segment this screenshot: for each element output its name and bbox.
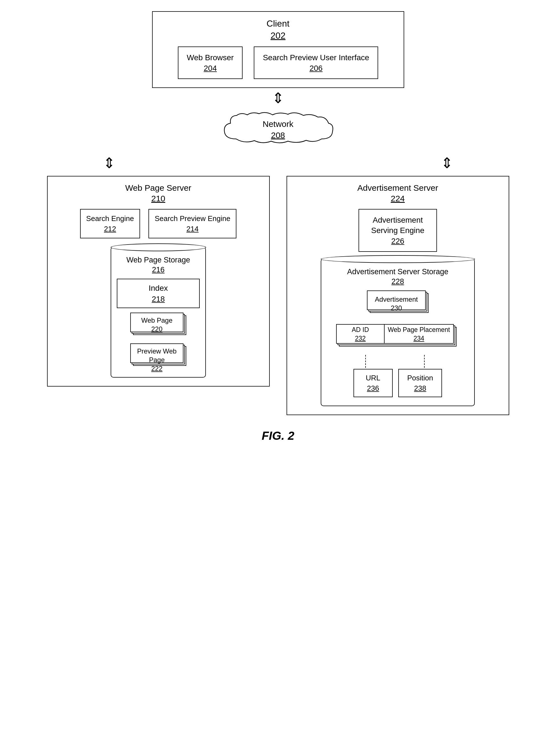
web-page-stacked: Web Page 220 (130, 313, 186, 338)
web-browser-box: Web Browser 204 (178, 46, 243, 79)
ad-id-number: 232 (355, 335, 366, 342)
web-page-server-number: 210 (56, 194, 261, 203)
arrow-network-adserver: ⇕ (441, 156, 453, 170)
search-preview-engine-box: Search Preview Engine 214 (148, 209, 236, 238)
search-preview-engine-number: 214 (154, 225, 230, 233)
web-page-storage-number: 216 (117, 266, 200, 274)
network-cloud: Network 208 (219, 111, 337, 147)
figure-label: FIG. 2 (262, 429, 294, 443)
preview-web-page-stacked: Preview Web Page 222 (130, 343, 186, 369)
position-number: 238 (407, 384, 433, 393)
web-page-number: 220 (131, 325, 183, 333)
web-page-storage-title: Web Page Storage (117, 256, 200, 265)
search-engine-box: Search Engine 212 (80, 209, 140, 238)
position-label: Position (407, 374, 433, 382)
preview-web-page-label: Preview Web Page (137, 347, 177, 364)
engine-row: Search Engine 212 Search Preview Engine … (56, 209, 261, 238)
search-preview-ui-number: 206 (263, 64, 369, 73)
ad-server-storage-title: Advertisement Server Storage (327, 268, 468, 276)
url-label: URL (366, 374, 380, 382)
dashed-connectors (336, 355, 459, 369)
advertisement-number: 230 (368, 304, 425, 312)
search-preview-engine-label: Search Preview Engine (154, 214, 230, 223)
client-number: 202 (161, 31, 395, 41)
position-box: Position 238 (398, 369, 442, 397)
client-title: Client (161, 19, 395, 29)
web-page-storage-cylinder: Web Page Storage 216 Index 218 Web Page … (111, 247, 206, 377)
advertisement-server-container: Advertisement Server 224 Advertisement S… (286, 176, 509, 415)
url-number: 236 (362, 384, 384, 393)
web-page-server-title: Web Page Server (56, 183, 261, 193)
arrow-network-webserver: ⇕ (103, 156, 115, 170)
network-section: Network 208 (219, 111, 337, 147)
web-page-placement-label: Web Page Placement (388, 326, 450, 334)
advertisement-label: Advertisement (375, 296, 418, 303)
ad-id-placement-group: AD ID 232 Web Page Placement 234 (336, 324, 459, 349)
index-label: Index (149, 284, 168, 293)
advertisement-server-number: 224 (296, 194, 500, 203)
web-page-placement-number: 234 (413, 335, 424, 342)
ad-id-label: AD ID (352, 326, 369, 334)
network-number: 208 (263, 131, 293, 140)
url-box: URL 236 (353, 369, 393, 397)
ad-serving-engine-box: Advertisement Serving Engine 226 (358, 209, 437, 252)
web-page-label: Web Page (141, 316, 173, 324)
web-browser-number: 204 (187, 64, 234, 73)
network-label: Network (263, 119, 293, 129)
diagram-container: Client 202 Web Browser 204 Search Previe… (40, 11, 516, 443)
advertisement-stacked: Advertisement 230 (367, 290, 428, 316)
bottom-section: Web Page Server 210 Search Engine 212 Se… (47, 176, 509, 415)
web-browser-label: Web Browser (187, 53, 234, 62)
arrows-row: ⇕ ⇕ (47, 153, 509, 173)
index-number: 218 (123, 295, 194, 304)
search-engine-number: 212 (86, 225, 134, 233)
search-preview-ui-label: Search Preview User Interface (263, 53, 369, 62)
web-page-server-container: Web Page Server 210 Search Engine 212 Se… (47, 176, 270, 386)
index-box: Index 218 (117, 279, 200, 308)
url-position-row: URL 236 Position 238 (327, 369, 468, 397)
search-preview-ui-box: Search Preview User Interface 206 (254, 46, 378, 79)
client-inner: Web Browser 204 Search Preview User Inte… (161, 46, 395, 79)
client-container: Client 202 Web Browser 204 Search Previe… (152, 11, 404, 88)
network-label-group: Network 208 (263, 118, 293, 140)
ad-serving-engine-label: Advertisement Serving Engine (371, 216, 424, 235)
search-engine-label: Search Engine (86, 214, 134, 223)
advertisement-server-title: Advertisement Server (296, 183, 500, 193)
arrow-client-network: ⇕ (272, 91, 284, 105)
preview-web-page-number: 222 (131, 365, 183, 373)
ad-server-storage-cylinder: Advertisement Server Storage 228 Adverti… (321, 259, 475, 406)
ad-serving-engine-number: 226 (368, 237, 428, 246)
ad-server-storage-number: 228 (327, 277, 468, 286)
